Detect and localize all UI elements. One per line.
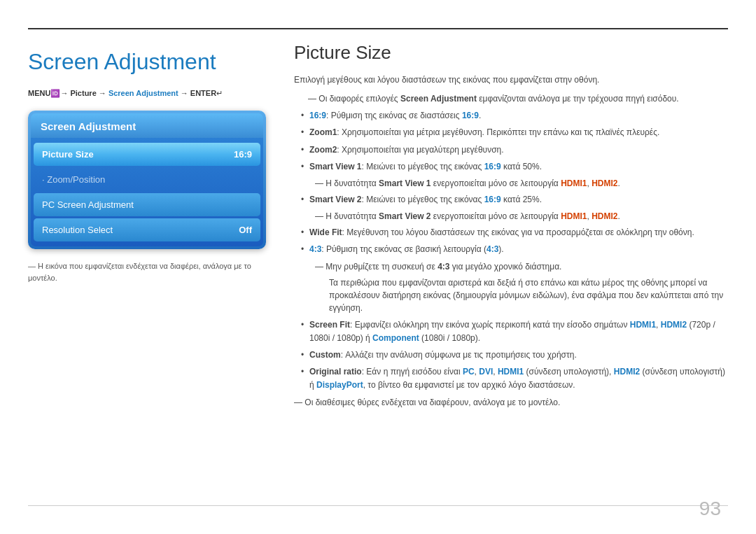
bullet-169: 16:9: Ρύθμιση της εικόνας σε διαστάσεις …	[301, 109, 728, 122]
43-ref: 4:3	[486, 244, 498, 254]
hdmi1-ref4: HDMI1	[498, 367, 524, 377]
169-ref2: 16:9	[484, 162, 501, 171]
hdmi1-ref2: HDMI1	[561, 211, 587, 221]
zoom1-label: Zoom1	[309, 127, 337, 137]
smartview2-label: Smart View 2	[309, 195, 361, 204]
right-panel: Picture Size Επιλογή μεγέθους και λόγου …	[294, 42, 728, 492]
bullet-screenfit: Screen Fit: Εμφανίζει ολόκληρη την εικόν…	[301, 318, 728, 345]
widget-item-label: · Zoom/Position	[42, 174, 105, 185]
169-label: 16:9	[309, 111, 326, 120]
original-ratio-label: Original ratio	[309, 367, 362, 377]
bottom-divider	[28, 505, 728, 506]
pc-ref: PC	[463, 367, 475, 377]
zoom2-label: Zoom2	[309, 145, 337, 155]
right-section-title: Picture Size	[294, 42, 728, 64]
widefit-label: Wide Fit	[309, 227, 342, 237]
smartview2-ref: Smart View 2	[379, 211, 430, 221]
screen-adjustment-widget: Screen Adjustment Picture Size 16:9 · Zo…	[28, 111, 266, 249]
sub-note-1: Οι διαφορές επιλογές Screen Adjustment ε…	[308, 92, 728, 105]
43-ref2: 4:3	[438, 262, 449, 272]
picture-link: Picture	[70, 89, 96, 97]
widget-item-value: Off	[239, 225, 252, 235]
bullet-smartview2: Smart View 2: Μειώνει το μέγεθος της εικ…	[301, 193, 728, 206]
widget-item-label: Picture Size	[42, 149, 94, 160]
smartview1-ref: Smart View 1	[379, 178, 430, 188]
left-section-title: Screen Adjustment	[28, 49, 266, 75]
hdmi2-ref2: HDMI2	[592, 211, 617, 221]
bullet-zoom2: Zoom2: Χρησιμοποιείται για μεγαλύτερη με…	[301, 143, 728, 157]
menu-path: MENU🆔→ Picture → Screen Adjustment → ENT…	[28, 89, 266, 98]
screenfit-label: Screen Fit	[309, 320, 350, 330]
menu-keyword: MENU	[28, 89, 50, 97]
smartview2-note: Η δυνατότητα Smart View 2 ενεργοποιείται…	[315, 210, 728, 223]
widget-item-label: Resolution Select	[42, 225, 113, 235]
left-panel: Screen Adjustment MENU🆔→ Picture → Scree…	[28, 42, 266, 492]
bullet-custom: Custom: Αλλάζει την ανάλυση σύμφωνα με τ…	[301, 349, 728, 362]
hdmi1-ref3: HDMI1	[630, 320, 656, 330]
hdmi2-ref4: HDMI2	[614, 367, 640, 377]
top-divider	[28, 28, 728, 29]
bullet-smartview1: Smart View 1: Μειώνει το μέγεθος της εικ…	[301, 160, 728, 174]
enter-keyword: ENTER	[190, 89, 216, 97]
widget-item-label: PC Screen Adjustment	[42, 199, 134, 210]
dvi-ref: DVI	[479, 367, 493, 377]
widget-item-value: 16:9	[234, 149, 252, 160]
widget-items: Picture Size 16:9 · Zoom/Position PC Scr…	[31, 138, 263, 246]
hdmi2-ref3: HDMI2	[661, 320, 687, 330]
169-ref3: 16:9	[484, 195, 501, 204]
screen-adjustment-ref: Screen Adjustment	[400, 94, 477, 104]
smartview1-note: Η δυνατότητα Smart View 1 ενεργοποιείται…	[315, 177, 728, 190]
hdmi1-ref: HDMI1	[561, 178, 587, 188]
bullet-widefit: Wide Fit: Μεγέθυνση του λόγου διαστάσεων…	[301, 226, 728, 239]
bullet-43: 4:3: Ρύθμιση της εικόνας σε βασική λειτο…	[301, 243, 728, 256]
43-detail: Τα περιθώρια που εμφανίζονται αριστερά κ…	[329, 276, 728, 314]
bullet-zoom1: Zoom1: Χρησιμοποιείται για μέτρια μεγέθυ…	[301, 126, 728, 139]
final-note: Οι διαθέσιμες θύρες ενδέχεται να διαφέρο…	[294, 396, 728, 409]
widget-item-picture-size[interactable]: Picture Size 16:9	[34, 143, 260, 166]
left-footnote: Η εικόνα που εμφανίζεται ενδέχεται να δι…	[28, 260, 266, 283]
displayport-ref: DisplayPort	[316, 380, 363, 390]
hdmi2-ref: HDMI2	[592, 178, 617, 188]
widget-item-zoom-position[interactable]: · Zoom/Position	[34, 168, 260, 191]
smartview1-label: Smart View 1	[309, 162, 361, 171]
widget-item-pc-screen[interactable]: PC Screen Adjustment	[34, 193, 260, 216]
widget-title: Screen Adjustment	[31, 113, 263, 138]
intro-text: Επιλογή μεγέθους και λόγου διαστάσεων τη…	[294, 73, 728, 87]
bullet-original-ratio: Original ratio: Εάν η πηγή εισόδου είναι…	[301, 365, 728, 392]
custom-label: Custom	[309, 350, 341, 360]
screen-adjustment-link: Screen Adjustment	[108, 89, 178, 97]
page-number: 93	[699, 498, 721, 520]
43-warning: Μην ρυθμίζετε τη συσκευή σε 4:3 για μεγά…	[315, 260, 728, 273]
169-ref: 16:9	[462, 111, 479, 120]
43-label: 4:3	[309, 244, 321, 254]
widget-item-resolution-select[interactable]: Resolution Select Off	[34, 218, 260, 241]
component-ref: Component	[372, 333, 419, 343]
